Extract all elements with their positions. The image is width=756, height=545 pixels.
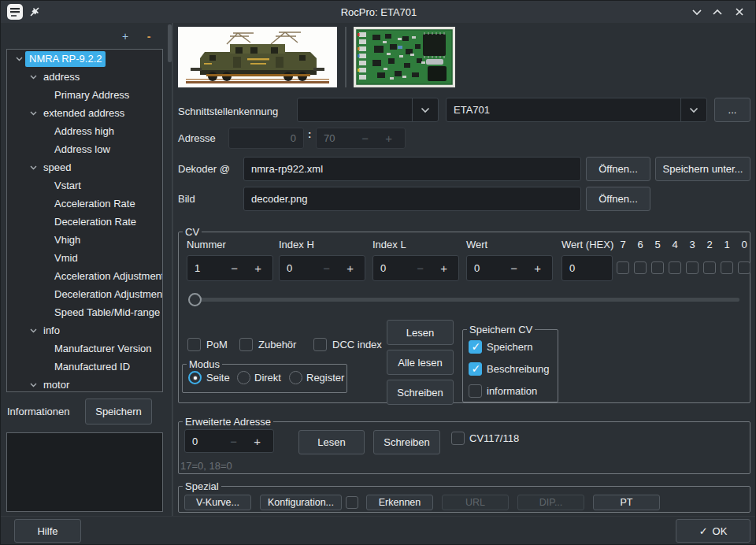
image-open-button[interactable]: Öffnen... (586, 187, 650, 211)
chevron-down-icon[interactable] (26, 165, 40, 170)
chevron-down-icon[interactable] (12, 57, 26, 61)
minus-icon[interactable]: − (510, 256, 517, 280)
cv-write-button[interactable]: Schreiben (387, 380, 454, 405)
decoder-save-as-button[interactable]: Speichern unter... (655, 157, 750, 181)
wert-hex-input[interactable]: 0 (561, 255, 613, 281)
tree-item[interactable]: Vstart (7, 176, 162, 195)
tree-item[interactable]: Address low (7, 140, 162, 158)
rocpro-dialog: RocPro: ETA701 + - NMRA RP-9.2. (0, 0, 756, 545)
cv-group-title: CV (183, 226, 202, 238)
save-cv-information-checkbox[interactable] (469, 384, 482, 398)
plus-icon[interactable]: + (440, 256, 447, 280)
bit1-label: 1 (721, 239, 733, 250)
tree-item[interactable]: NMRA RP-9.2.2 (7, 50, 162, 68)
tree-expand-button[interactable]: + (118, 31, 132, 43)
information-textarea[interactable] (6, 432, 163, 512)
konfiguration-button[interactable]: Konfiguration... (260, 495, 342, 510)
wert-spinbox[interactable]: 0 − + (466, 255, 553, 281)
plus-icon[interactable]: + (346, 256, 354, 280)
save-cv-beschreibung-checkbox[interactable] (469, 362, 482, 376)
nummer-spinbox[interactable]: 1 − + (187, 255, 273, 281)
plus-icon[interactable]: + (254, 430, 261, 452)
window-maximize-icon[interactable] (710, 5, 725, 19)
zubehoer-checkbox[interactable] (239, 338, 253, 351)
bit3-checkbox[interactable] (686, 261, 699, 274)
tree-item[interactable]: Vmid (7, 249, 162, 267)
index-h-spinbox[interactable]: 0 − + (279, 255, 365, 281)
tree-item[interactable]: Acceleration Rate (7, 195, 162, 213)
splitter-handle[interactable] (168, 24, 172, 62)
image-file-label: Bild (178, 193, 195, 205)
cv117-118-checkbox[interactable] (451, 432, 465, 445)
bit4-checkbox[interactable] (669, 261, 681, 274)
tree-item[interactable]: Deceleration Rate (7, 213, 162, 231)
konfiguration-checkbox[interactable] (346, 496, 358, 509)
modus-register-label: Register (306, 372, 344, 384)
v-kurve-button[interactable]: V-Kurve... (184, 495, 251, 510)
window-minimize-icon[interactable] (689, 5, 705, 19)
cv-read-all-button[interactable]: Alle lesen (387, 350, 454, 375)
pom-checkbox[interactable] (187, 338, 201, 351)
extended-address-spinbox[interactable]: 0 − + (184, 429, 274, 453)
tree-item[interactable]: Vhigh (7, 231, 162, 249)
close-icon[interactable] (732, 5, 747, 19)
tree-item[interactable]: Primary Address (7, 86, 162, 104)
tree-item[interactable]: info (7, 321, 162, 339)
pt-button[interactable]: PT (593, 495, 660, 510)
slider-handle[interactable] (188, 293, 202, 306)
informationen-label: Informationen (7, 406, 70, 417)
tree-item[interactable]: Deceleration Adjustment (7, 285, 162, 303)
info-save-button[interactable]: Speichern (85, 399, 152, 425)
interface-combobox[interactable] (297, 98, 439, 122)
chevron-down-icon (412, 98, 438, 121)
extended-read-button[interactable]: Lesen (298, 430, 365, 454)
cv-read-button[interactable]: Lesen (387, 320, 454, 345)
tree-item[interactable]: speed (7, 158, 162, 176)
index-l-spinbox[interactable]: 0 − + (372, 255, 459, 281)
decoder-combobox[interactable]: ETA701 (446, 98, 707, 122)
modus-direkt-radio[interactable] (237, 371, 250, 384)
cv-tree[interactable]: NMRA RP-9.2.2 address Primary Address ex… (6, 49, 163, 392)
bit5-checkbox[interactable] (651, 261, 664, 274)
decoder-file-input[interactable]: nmra-rp922.xml (243, 157, 581, 181)
bit6-checkbox[interactable] (634, 261, 647, 274)
modus-seite-radio[interactable] (188, 371, 202, 384)
tree-item[interactable]: Acceleration Adjustment (7, 267, 162, 285)
tree-collapse-button[interactable]: - (142, 31, 156, 43)
dcc-index-checkbox[interactable] (313, 338, 327, 351)
decoder-open-button[interactable]: Öffnen... (586, 157, 650, 181)
help-button[interactable]: Hilfe (14, 519, 81, 543)
bit2-checkbox[interactable] (703, 261, 716, 274)
tree-item[interactable]: Manufacturer Version (7, 339, 162, 358)
spezial-title: Spezial (183, 480, 221, 492)
save-cv-information-label: information (487, 385, 537, 397)
plus-icon[interactable]: + (534, 256, 541, 280)
tree-item[interactable]: Manufactured ID (7, 358, 162, 376)
panel-splitter[interactable] (172, 23, 173, 517)
pin-icon[interactable] (28, 5, 42, 19)
chevron-down-icon[interactable] (26, 75, 40, 80)
tree-item[interactable]: address (7, 68, 162, 86)
erkennen-button[interactable]: Erkennen (366, 495, 433, 510)
cv117-118-label: CV117/118 (469, 432, 519, 444)
bit0-checkbox[interactable] (738, 261, 750, 274)
chevron-down-icon[interactable] (26, 328, 40, 333)
modus-register-radio[interactable] (289, 371, 302, 384)
plus-icon[interactable]: + (254, 256, 261, 280)
save-cv-speichern-checkbox[interactable] (469, 340, 482, 354)
image-file-input[interactable]: decoder.png (243, 187, 581, 211)
tree-item[interactable]: extended address (7, 104, 162, 122)
cv-value-slider[interactable] (188, 298, 739, 302)
chevron-down-icon[interactable] (26, 383, 40, 387)
title-bar[interactable]: RocPro: ETA701 (1, 1, 756, 23)
tree-item[interactable]: Address high (7, 122, 162, 140)
tree-item[interactable]: motor (7, 376, 162, 392)
tree-item[interactable]: Speed Table/Mid-range (7, 303, 162, 321)
browse-more-button[interactable]: ... (714, 98, 750, 122)
minus-icon[interactable]: − (231, 256, 238, 280)
chevron-down-icon[interactable] (26, 111, 40, 116)
ok-button[interactable]: ✓ OK (676, 519, 750, 543)
bit1-checkbox[interactable] (721, 261, 733, 274)
extended-write-button[interactable]: Schreiben (373, 430, 440, 454)
bit7-checkbox[interactable] (617, 261, 629, 274)
